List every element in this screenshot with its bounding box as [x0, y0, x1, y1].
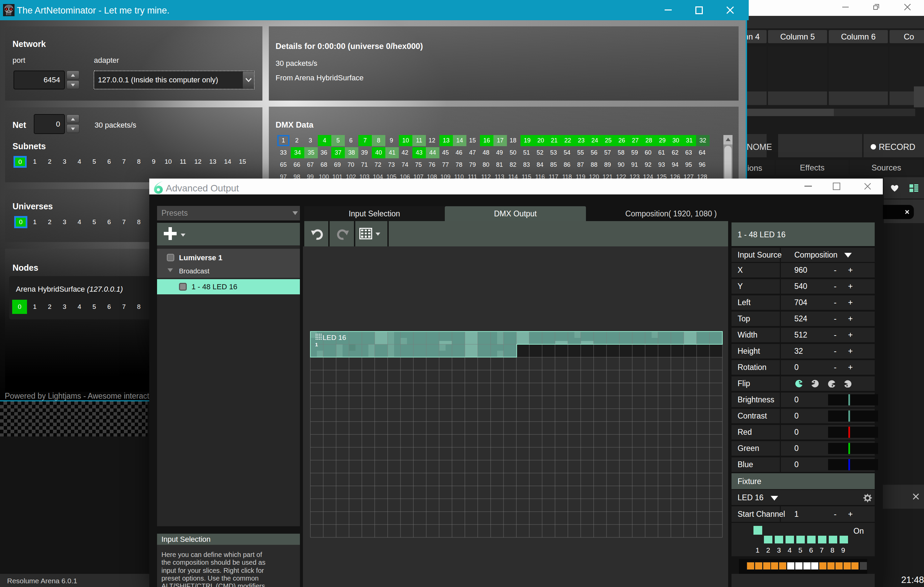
svg-text:1: 1 — [315, 342, 318, 347]
svg-text:LED 16: LED 16 — [323, 334, 346, 341]
